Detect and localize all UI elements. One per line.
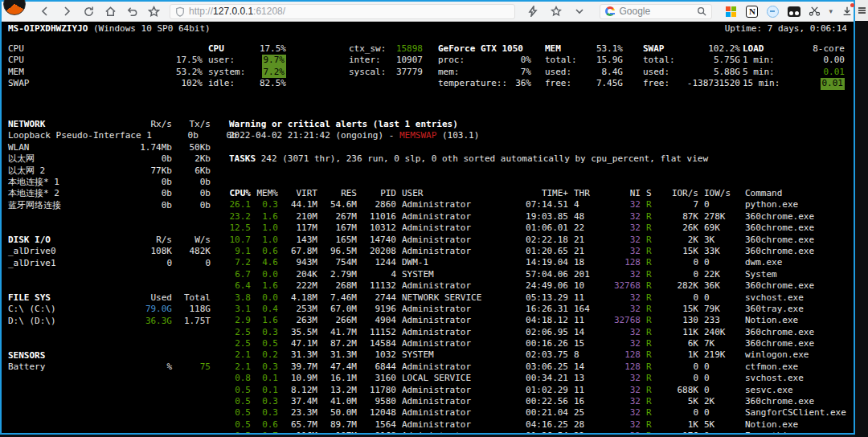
process-row: 0.5 0.6 65.7M 89.7M 1564 Administrator 0… bbox=[229, 419, 849, 431]
mem-stat-row: used:8.4G bbox=[545, 67, 623, 78]
filesys-header: FILE SYS Used Total bbox=[8, 292, 211, 304]
process-row: 10.7 1.0 143M 165M 14740 Administrator 0… bbox=[229, 235, 849, 246]
load-cores: 8-core bbox=[813, 43, 845, 55]
col-mem: MEM% bbox=[256, 188, 278, 199]
diskio-row: _alDrive0 108K 482K bbox=[8, 246, 211, 257]
reload-icon[interactable] bbox=[80, 3, 96, 19]
gpu-panel: GeForce GTX 1050 proc:0% mem:7% temperat… bbox=[438, 43, 531, 90]
network-row: 本地连接* 2 0b 0b bbox=[8, 188, 211, 199]
mem-panel: MEM53.1% total:15.9G used:8.4G free:7.45… bbox=[545, 43, 623, 90]
process-row: 2.1 0.3 39.7M 47.4M 6844 Administrator 0… bbox=[229, 361, 849, 373]
load-stat-row: 1 min:0.00 bbox=[743, 55, 845, 66]
col-pid: PID bbox=[362, 188, 396, 199]
search-icon[interactable] bbox=[697, 6, 706, 16]
process-row: 2.9 1.6 263M 266M 4904 Administrator 04:… bbox=[229, 315, 849, 326]
download-icon[interactable] bbox=[840, 5, 854, 18]
process-row: 0.5 0.3 37.4M 41.0M 9580 Administrator 0… bbox=[229, 396, 849, 407]
chevron-down-icon[interactable] bbox=[571, 3, 588, 19]
col-virt: VIRT bbox=[284, 188, 317, 199]
network-row: 本地连接* 1 0b 0b bbox=[8, 177, 211, 188]
browser-logo-icon[interactable] bbox=[3, 0, 26, 15]
ctx-stat-row: ctx_sw:15898 bbox=[349, 43, 423, 55]
undo-icon[interactable] bbox=[124, 3, 140, 19]
hamburger-menu-icon[interactable] bbox=[855, 0, 868, 21]
bar-value: 17.5% bbox=[164, 55, 203, 66]
sensor-row: Battery % 75 bbox=[8, 361, 211, 373]
network-header: NETWORK Rx/s Tx/s bbox=[8, 119, 211, 130]
process-table: CPU% MEM% VIRT RES PID USER TIME+ THR NI… bbox=[229, 188, 849, 433]
cpu-title: CPU bbox=[208, 43, 224, 55]
google-logo-icon bbox=[605, 6, 615, 16]
scissors-dropdown-caret[interactable]: ▾ bbox=[829, 7, 833, 15]
search-engine-label: Google bbox=[619, 6, 693, 17]
quickview-header: CPU bbox=[8, 43, 203, 55]
swap-stat-row: used:5.88G bbox=[643, 67, 740, 78]
process-row: 2.1 0.2 31.3M 31.3M 1032 SYSTEM 02:03.75… bbox=[229, 349, 849, 361]
swap-title: SWAP bbox=[643, 43, 665, 55]
apps-grid-icon[interactable] bbox=[724, 5, 738, 18]
col-s: S bbox=[646, 188, 654, 199]
cpu-stat-row: idle:82.5% bbox=[208, 78, 286, 89]
cpu-total: 17.5% bbox=[260, 43, 286, 55]
outer-right-strip bbox=[855, 0, 868, 437]
process-row: 2.5 0.3 35.5M 41.7M 11152 Administrator … bbox=[229, 327, 849, 338]
cpu-stat-row: system:7.2% bbox=[208, 67, 286, 78]
usage-bar bbox=[47, 68, 159, 76]
process-row: 2.5 0.5 47.1M 87.2M 14584 Administrator … bbox=[229, 338, 849, 349]
process-row: 23.2 1.6 210M 267M 11016 Administrator 1… bbox=[229, 211, 849, 223]
process-row: 6.7 0.0 204K 2.79M 4 SYSTEM 57:04.06 201… bbox=[229, 269, 849, 280]
network-row: 蓝牙网络连接 0b 0b bbox=[8, 200, 211, 211]
sidebar: NETWORK Rx/s Tx/s Loopback Pseudo-Interf… bbox=[8, 119, 211, 374]
address-bar[interactable]: http://127.0.0.1:61208/ bbox=[170, 4, 515, 19]
cpu-panel: CPU17.5% user:9.7% system:7.2% idle:82.5… bbox=[208, 43, 286, 90]
process-row: 12.5 1.0 117M 167M 10312 Administrator 0… bbox=[229, 223, 849, 234]
bar-label: SWAP bbox=[8, 78, 42, 89]
process-row: 0.8 0.1 10.9M 16.1M 3160 LOCAL SERVICE 0… bbox=[229, 373, 849, 384]
search-input[interactable]: Google bbox=[600, 4, 712, 19]
filesys-row: D:\ (D:\) 36.3G 1.75T bbox=[8, 316, 211, 327]
load-stat-row: 5 min:0.01 bbox=[743, 67, 845, 78]
cpu-stat-row: user:9.7% bbox=[208, 55, 286, 66]
quickview-bar-row: MEM 53.2% bbox=[8, 67, 203, 78]
network-row: 以太网 0b 2Kb bbox=[8, 153, 211, 165]
process-row: 0.5 0.7 116M 107M 9168 Administrator 01:… bbox=[229, 431, 849, 433]
bar-label: MEM bbox=[8, 67, 42, 78]
load-title: LOAD bbox=[743, 43, 764, 55]
widget-extension-icon[interactable] bbox=[787, 5, 800, 18]
uptime: Uptime: 7 days, 0:06:14 bbox=[725, 23, 847, 35]
alert-name: MEMSWAP bbox=[399, 130, 436, 141]
mem-title: MEM bbox=[545, 43, 561, 55]
process-row: 7.2 4.6 943M 754M 1244 DWM-1 14:19.04 18… bbox=[229, 257, 849, 268]
bookmark-star-icon[interactable] bbox=[548, 3, 564, 19]
favorite-star-icon[interactable] bbox=[145, 3, 162, 19]
process-row: 6.4 1.6 222M 268M 11132 Administrator 24… bbox=[229, 280, 849, 292]
ctx-stat-row: syscal:37779 bbox=[349, 67, 423, 78]
glances-dashboard: MS-OIPXDHWZIYJO (Windows 10 SP0 64bit) U… bbox=[2, 22, 854, 433]
usage-bar bbox=[47, 80, 159, 88]
notion-extension-icon[interactable]: N bbox=[745, 5, 759, 18]
process-row: 3.1 0.4 253M 67.0M 9196 Administrator 16… bbox=[229, 304, 849, 315]
process-row: 3.8 0.0 4.18M 7.46M 2744 NETWORK SERVICE… bbox=[229, 292, 849, 304]
flash-lightning-icon[interactable] bbox=[525, 3, 541, 19]
download-badge bbox=[850, 3, 854, 7]
adblock-minus-icon[interactable] bbox=[766, 5, 780, 18]
process-row: 0.5 0.1 8.12M 13.2M 11780 Administrator … bbox=[229, 385, 849, 396]
gpu-stat-row: temperature::36% bbox=[438, 78, 531, 89]
context-switch-panel: ctx_sw:15898 inter:10907 syscal:37779 bbox=[349, 43, 423, 78]
filesys-row: C:\ (C:\) 79.0G 118G bbox=[8, 304, 211, 315]
screenshot-scissors-icon[interactable] bbox=[808, 5, 821, 18]
col-iow: IOW/s bbox=[704, 188, 739, 199]
process-table-header: CPU% MEM% VIRT RES PID USER TIME+ THR NI… bbox=[229, 188, 849, 199]
url-text: http://127.0.0.1:61208/ bbox=[189, 6, 285, 17]
quickview-bar-row: SWAP 102% bbox=[8, 78, 203, 89]
home-icon[interactable] bbox=[102, 3, 118, 19]
alerts-title: Warning or critical alerts (last 1 entri… bbox=[229, 119, 849, 130]
gpu-stat-row: mem:7% bbox=[438, 67, 531, 78]
forward-icon[interactable] bbox=[59, 3, 75, 19]
back-icon[interactable] bbox=[37, 3, 53, 19]
gpu-title: GeForce GTX 1050 bbox=[438, 43, 523, 55]
diskio-header: DISK I/O R/s W/s bbox=[8, 235, 211, 246]
site-shield-icon bbox=[175, 6, 185, 17]
load-panel: LOAD8-core 1 min:0.00 5 min:0.01 15 min:… bbox=[743, 43, 845, 90]
network-row: WLAN 1.74Mb 50Kb bbox=[8, 142, 211, 153]
